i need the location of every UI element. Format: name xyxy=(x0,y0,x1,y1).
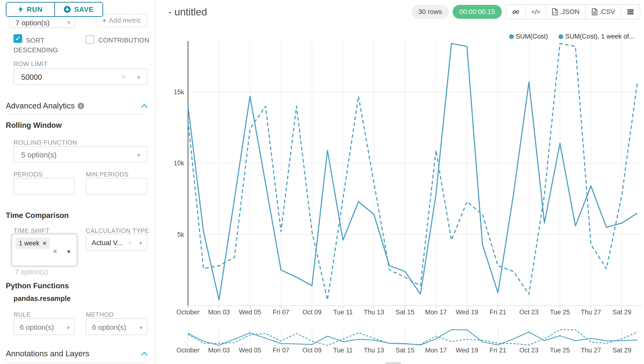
mini-x-axis-tick-label: Tue 11 xyxy=(333,347,352,354)
x-axis-tick-label: Oct 09 xyxy=(302,308,322,316)
timeseries-line-chart[interactable]: 5k10k15kOctoberOctoberMon 03Mon 03Wed 05… xyxy=(0,0,644,364)
mini-x-axis-tick-label: Sat 29 xyxy=(612,347,631,354)
x-axis-tick-label: Tue 11 xyxy=(333,308,352,316)
x-axis-tick-label: Oct 23 xyxy=(520,308,539,316)
mini-x-axis-tick-label: Sat 15 xyxy=(396,347,414,354)
series-limit-value: 7 option(s) xyxy=(16,19,50,27)
x-axis-tick-label: Fri 21 xyxy=(490,308,506,316)
x-axis-tick-label: Fri 07 xyxy=(272,308,289,316)
x-axis-tick-label: October xyxy=(176,308,200,316)
chevron-down-icon: ▾ xyxy=(67,19,70,26)
x-axis-tick-label: Tue 25 xyxy=(550,308,570,316)
mini-x-axis-tick-label: Oct 09 xyxy=(302,347,322,354)
y-axis-tick-label: 5k xyxy=(177,231,184,238)
x-axis-tick-label: Thu 27 xyxy=(581,308,601,316)
save-button[interactable]: SAVE xyxy=(54,3,103,16)
mini-series-line-sum-cost xyxy=(188,330,638,345)
x-axis-tick-label: Mon 17 xyxy=(425,308,447,316)
x-axis-tick-label: Wed 05 xyxy=(239,308,261,316)
x-axis-tick-label: Mon 03 xyxy=(208,308,230,316)
series-line-sum-cost xyxy=(188,44,638,300)
x-axis-tick-label: Thu 13 xyxy=(364,308,384,316)
y-axis-tick-label: 15k xyxy=(174,88,184,96)
lightning-bolt-icon xyxy=(18,6,24,13)
x-axis-tick-label: Sat 29 xyxy=(612,308,631,316)
series-line-sum-cost-1-week-offset xyxy=(188,44,638,300)
mini-x-axis-tick-label: Wed 05 xyxy=(239,347,261,354)
run-button[interactable]: RUN xyxy=(6,3,54,16)
x-axis-tick-label: Sat 15 xyxy=(396,308,414,316)
mini-x-axis-tick-label: Fri 21 xyxy=(490,347,506,354)
mini-x-axis-tick-label: Tue 25 xyxy=(550,347,570,354)
mini-x-axis-tick-label: October xyxy=(176,347,200,354)
mini-x-axis-tick-label: Mon 17 xyxy=(425,347,447,354)
run-button-label: RUN xyxy=(27,6,43,14)
x-axis-tick-label: Wed 19 xyxy=(456,308,478,316)
mini-x-axis-tick-label: Mon 03 xyxy=(208,347,230,354)
mini-x-axis-tick-label: Wed 19 xyxy=(456,347,478,354)
datazoom-handle[interactable] xyxy=(386,362,401,364)
mini-series-line-sum-cost-1-week-offset xyxy=(188,330,638,345)
y-axis-tick-label: 10k xyxy=(174,160,184,167)
save-button-label: SAVE xyxy=(74,6,94,14)
mini-x-axis-tick-label: Oct 23 xyxy=(520,347,539,354)
mini-x-axis-tick-label: Fri 07 xyxy=(272,347,289,354)
plus-circle-icon xyxy=(64,6,71,13)
mini-x-axis-tick-label: Thu 27 xyxy=(581,347,601,354)
mini-x-axis-tick-label: Thu 13 xyxy=(364,347,384,354)
run-save-button-group: RUN SAVE xyxy=(6,2,103,17)
